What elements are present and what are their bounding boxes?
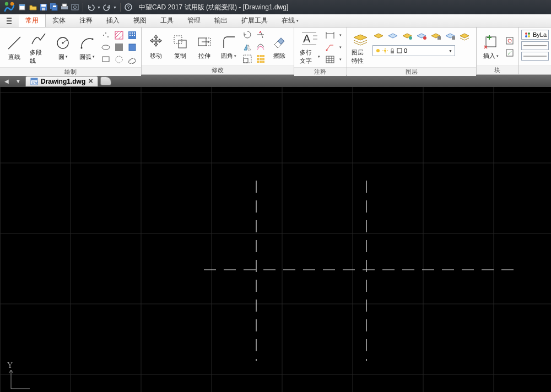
fillet-button[interactable]: 圆角▾: [218, 32, 240, 61]
svg-point-27: [107, 36, 109, 37]
boundary-icon[interactable]: [127, 42, 138, 53]
svg-rect-87: [506, 37, 513, 44]
revcloud-icon[interactable]: [127, 54, 138, 65]
mtext-button[interactable]: A 多行文字▾: [298, 29, 322, 66]
scale-icon[interactable]: [242, 53, 253, 64]
svg-rect-16: [7, 18, 12, 19]
layer-state-1-icon[interactable]: [372, 30, 386, 43]
leader-icon[interactable]: [325, 42, 336, 53]
rectangle-icon[interactable]: [100, 54, 111, 65]
leader-dropdown[interactable]: ▾: [338, 42, 343, 53]
qat-redo-dropdown[interactable]: ▼: [113, 6, 117, 9]
dim-dropdown[interactable]: ▾: [338, 30, 343, 41]
qat-undo-dropdown[interactable]: ▼: [97, 6, 101, 9]
ribbon-group-modify: 移动 复制 拉伸 圆角▾: [142, 28, 294, 74]
svg-rect-42: [132, 35, 133, 36]
svg-rect-45: [174, 36, 182, 43]
tab-online[interactable]: 在线▾: [275, 14, 306, 27]
rotate-icon[interactable]: [242, 29, 253, 40]
tab-scroll-left[interactable]: ◀: [2, 78, 11, 84]
svg-line-33: [118, 35, 123, 39]
tab-view[interactable]: 视图: [127, 14, 154, 27]
layer-state-4-icon[interactable]: [415, 30, 429, 43]
layer-state-3-icon[interactable]: [401, 30, 414, 43]
svg-rect-5: [41, 4, 46, 7]
svg-rect-38: [129, 32, 131, 34]
table-icon[interactable]: [325, 54, 336, 65]
layer-state-2-icon[interactable]: [387, 30, 400, 43]
spline-icon[interactable]: [100, 30, 111, 41]
trim-icon[interactable]: [255, 29, 266, 40]
svg-rect-51: [260, 55, 262, 57]
lineweight-combo[interactable]: [521, 52, 549, 61]
qat-saveall-icon[interactable]: [50, 3, 58, 12]
ribbon-group-annotate: A 多行文字▾ ▾ ▾ ▾ 注释: [294, 28, 347, 74]
gradient-icon[interactable]: [114, 42, 125, 53]
point-icon[interactable]: [127, 30, 138, 41]
tab-solid[interactable]: 实体: [46, 14, 73, 27]
app-menu-button[interactable]: [0, 14, 19, 27]
svg-rect-53: [257, 58, 259, 60]
drawing-canvas[interactable]: Y: [0, 87, 551, 392]
layer-combo[interactable]: 0 ▼: [372, 45, 455, 56]
svg-rect-56: [257, 61, 259, 63]
offset-icon[interactable]: [255, 41, 266, 52]
qat-redo-icon[interactable]: [102, 3, 111, 12]
line-button[interactable]: 直线: [3, 33, 25, 62]
svg-point-88: [508, 39, 511, 42]
tab-express[interactable]: 扩展工具: [235, 14, 275, 27]
svg-point-78: [376, 49, 380, 52]
tab-annotate[interactable]: 注释: [73, 14, 100, 27]
svg-text:DWG: DWG: [32, 81, 38, 84]
erase-button[interactable]: 擦除: [268, 32, 290, 61]
mirror-icon[interactable]: [242, 41, 253, 52]
file-tab-drawing1[interactable]: DWG Drawing1.dwg ✕: [25, 76, 98, 86]
app-logo: [2, 0, 17, 14]
hatch-icon[interactable]: [114, 30, 125, 41]
region-icon[interactable]: [114, 54, 125, 65]
color-combo[interactable]: ByLa: [521, 30, 549, 40]
qat-undo-icon[interactable]: [87, 3, 95, 12]
svg-rect-44: [129, 44, 136, 51]
tab-tools[interactable]: 工具: [154, 14, 181, 27]
create-block-icon[interactable]: [504, 35, 515, 46]
annotate-group-label: 注释: [294, 67, 347, 76]
ellipse-icon[interactable]: [100, 42, 111, 53]
qat-save-icon[interactable]: [39, 3, 48, 12]
array-icon[interactable]: [255, 53, 266, 64]
polyline-button[interactable]: 多段线: [28, 29, 50, 66]
layer-state-6-icon[interactable]: [444, 30, 457, 43]
tab-menu[interactable]: ▼: [13, 78, 23, 84]
circle-button[interactable]: 圆▾: [52, 33, 74, 62]
svg-point-25: [103, 35, 104, 36]
dim-linear-icon[interactable]: [325, 30, 336, 41]
new-tab-button[interactable]: [100, 77, 111, 85]
layer-properties-button[interactable]: 图层特性: [352, 30, 369, 65]
qat-plot-icon[interactable]: [60, 3, 69, 12]
lock-icon: [390, 48, 395, 53]
tab-manage[interactable]: 管理: [181, 14, 208, 27]
insert-block-button[interactable]: 插入▾: [480, 32, 502, 61]
tab-common[interactable]: 常用: [19, 14, 46, 27]
qat-new-icon[interactable]: [18, 3, 27, 12]
svg-rect-30: [115, 31, 123, 39]
draw-group-label: 绘制: [0, 67, 141, 76]
layer-state-7-icon[interactable]: [458, 30, 472, 43]
ribbon-group-properties: ByLa: [519, 28, 551, 74]
file-tab-close[interactable]: ✕: [88, 78, 93, 85]
arc-button[interactable]: 圆弧▾: [76, 33, 98, 62]
svg-point-23: [81, 47, 83, 48]
tab-output[interactable]: 输出: [208, 14, 235, 27]
tab-insert[interactable]: 插入: [100, 14, 127, 27]
qat-preview-icon[interactable]: [71, 3, 79, 12]
move-button[interactable]: 移动: [145, 32, 167, 61]
qat-open-icon[interactable]: [29, 3, 37, 12]
layer-state-5-icon[interactable]: [430, 30, 443, 43]
edit-block-icon[interactable]: [504, 47, 515, 58]
stretch-button[interactable]: 拉伸: [193, 32, 215, 61]
svg-rect-3: [19, 4, 25, 6]
qat-help-icon[interactable]: ?: [124, 3, 133, 12]
linetype-combo[interactable]: [521, 41, 549, 50]
copy-button[interactable]: 复制: [169, 32, 191, 61]
table-dropdown[interactable]: ▾: [338, 54, 343, 65]
